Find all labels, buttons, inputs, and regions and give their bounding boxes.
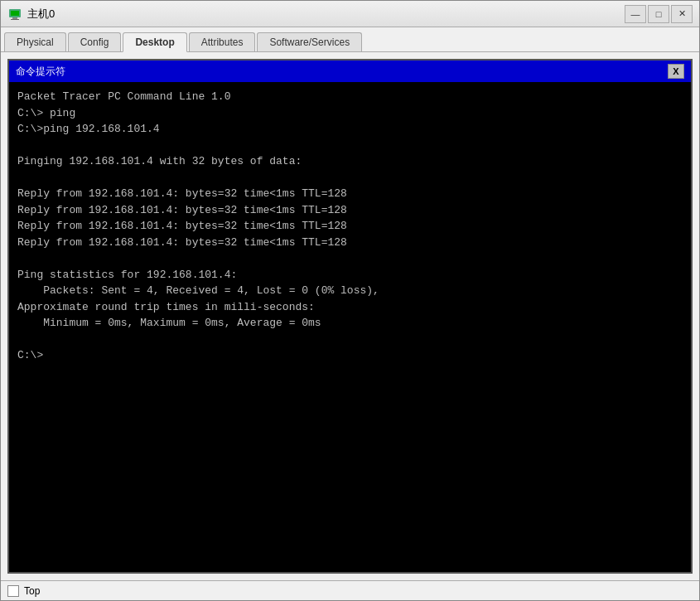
tab-bar: Physical Config Desktop Attributes Softw… (1, 27, 699, 52)
title-bar: 主机0 — □ ✕ (1, 1, 699, 27)
cmd-line: Reply from 192.168.101.4: bytes=32 time<… (17, 202, 683, 219)
window-title: 主机0 (27, 7, 625, 22)
cmd-close-button[interactable]: X (668, 64, 684, 79)
tab-attributes[interactable]: Attributes (189, 32, 256, 51)
cmd-title-text: 命令提示符 (16, 65, 668, 79)
status-bar: Top (1, 580, 699, 600)
window-controls: — □ ✕ (625, 5, 693, 23)
cmd-line: Ping statistics for 192.168.101.4: (17, 267, 683, 284)
main-content: 命令提示符 X Packet Tracer PC Command Line 1.… (1, 52, 699, 580)
cmd-title-bar: 命令提示符 X (9, 61, 691, 82)
cmd-line: C:\> (17, 347, 683, 364)
cmd-line: Approximate round trip times in milli-se… (17, 299, 683, 316)
tab-desktop[interactable]: Desktop (123, 32, 186, 52)
tab-software-services[interactable]: Software/Services (257, 32, 362, 51)
cmd-line: Packet Tracer PC Command Line 1.0 (17, 89, 683, 105)
cmd-window: 命令提示符 X Packet Tracer PC Command Line 1.… (7, 59, 693, 574)
svg-rect-3 (11, 19, 19, 20)
cmd-line: C:\> ping (17, 105, 683, 122)
cmd-line: C:\>ping 192.168.101.4 (17, 121, 683, 138)
cmd-line: Packets: Sent = 4, Received = 4, Lost = … (17, 283, 683, 299)
status-label: Top (24, 585, 40, 597)
close-window-button[interactable]: ✕ (671, 5, 693, 23)
cmd-line: Minimum = 0ms, Maximum = 0ms, Average = … (17, 315, 683, 332)
cmd-line: Reply from 192.168.101.4: bytes=32 time<… (17, 235, 683, 251)
cmd-line (17, 250, 683, 267)
tab-physical[interactable]: Physical (4, 32, 66, 51)
cmd-line (17, 138, 683, 154)
cmd-line (17, 332, 683, 348)
maximize-button[interactable]: □ (648, 5, 669, 23)
minimize-button[interactable]: — (625, 5, 646, 23)
top-checkbox[interactable] (7, 585, 19, 597)
window-icon (7, 7, 22, 22)
cmd-line: Reply from 192.168.101.4: bytes=32 time<… (17, 218, 683, 235)
cmd-line (17, 170, 683, 187)
cmd-line: Pinging 192.168.101.4 with 32 bytes of d… (17, 153, 683, 170)
tab-config[interactable]: Config (68, 32, 122, 51)
svg-rect-1 (11, 11, 19, 16)
cmd-body[interactable]: Packet Tracer PC Command Line 1.0C:\> pi… (9, 82, 691, 572)
cmd-line: Reply from 192.168.101.4: bytes=32 time<… (17, 186, 683, 202)
svg-rect-2 (12, 17, 17, 19)
main-window: 主机0 — □ ✕ Physical Config Desktop Attrib… (0, 0, 700, 601)
